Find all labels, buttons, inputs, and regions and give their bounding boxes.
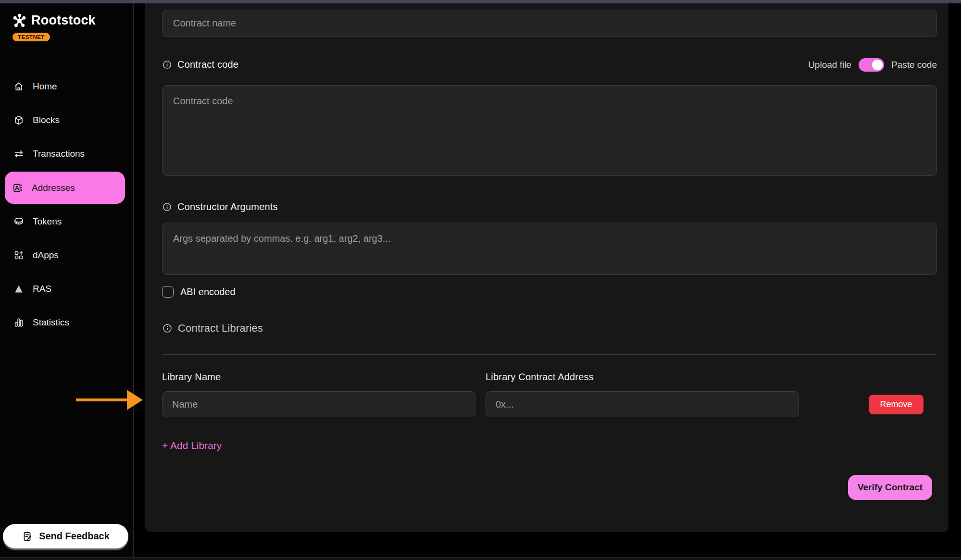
ras-icon xyxy=(13,283,25,295)
sidebar-item-label: Transactions xyxy=(33,149,85,159)
library-contract-address-label: Library Contract Address xyxy=(486,372,594,383)
sidebar-item-tokens[interactable]: Tokens xyxy=(6,212,127,231)
verify-contract-button[interactable]: Verify Contract xyxy=(848,475,932,500)
constructor-args-textarea[interactable] xyxy=(162,223,937,275)
sidebar-item-label: RAS xyxy=(33,284,51,294)
window-bottom-strip xyxy=(0,557,961,560)
sidebar-item-statistics[interactable]: Statistics xyxy=(6,313,127,332)
sidebar-item-blocks[interactable]: Blocks xyxy=(6,111,127,130)
pointer-arrow-shaft xyxy=(76,398,128,401)
library-address-input[interactable] xyxy=(486,391,799,417)
contract-name-input[interactable] xyxy=(162,10,937,37)
remove-library-button[interactable]: Remove xyxy=(869,395,924,414)
verify-contract-panel: Contract code Upload file Paste code Con… xyxy=(145,3,949,532)
send-feedback-label: Send Feedback xyxy=(39,531,110,542)
contract-code-textarea[interactable] xyxy=(162,85,937,176)
window-top-strip xyxy=(0,0,961,3)
sidebar-item-label: Blocks xyxy=(33,115,60,125)
sidebar: Rootstock TESTNET Home Blocks Transactio… xyxy=(0,0,134,560)
sidebar-item-transactions[interactable]: Transactions xyxy=(6,144,127,163)
abi-encoded-checkbox[interactable] xyxy=(162,286,174,298)
brand-name: Rootstock xyxy=(31,13,96,28)
sidebar-item-label: Home xyxy=(33,81,57,92)
dapps-icon xyxy=(13,249,25,261)
contract-code-label: Contract code xyxy=(177,59,238,70)
constructor-arguments-header: Constructor Arguments xyxy=(162,201,278,212)
transactions-icon xyxy=(13,148,25,160)
sidebar-item-label: Addresses xyxy=(32,183,75,193)
upload-paste-toggle[interactable] xyxy=(859,58,884,72)
contract-code-header: Contract code xyxy=(162,59,238,70)
libraries-divider xyxy=(162,354,937,355)
toggle-knob xyxy=(872,60,883,70)
constructor-arguments-label: Constructor Arguments xyxy=(177,201,278,212)
library-name-label: Library Name xyxy=(162,372,221,383)
pointer-arrow-head xyxy=(127,390,143,410)
sidebar-item-addresses[interactable]: Addresses xyxy=(5,172,125,204)
add-library-link[interactable]: + Add Library xyxy=(162,440,222,451)
info-icon[interactable] xyxy=(162,60,172,70)
upload-file-label[interactable]: Upload file xyxy=(808,60,851,70)
feedback-pencil-icon xyxy=(22,531,33,542)
blocks-icon xyxy=(13,114,25,126)
contract-libraries-label: Contract Libraries xyxy=(178,322,263,335)
contract-libraries-header: Contract Libraries xyxy=(162,322,263,335)
library-name-input[interactable] xyxy=(162,391,475,417)
sidebar-item-label: Statistics xyxy=(33,317,69,328)
send-feedback-button[interactable]: Send Feedback xyxy=(3,524,128,548)
sidebar-item-dapps[interactable]: dApps xyxy=(6,246,127,265)
info-icon[interactable] xyxy=(162,323,173,334)
tokens-icon xyxy=(13,216,25,227)
code-input-mode-toggle-group: Upload file Paste code xyxy=(808,58,937,72)
abi-encoded-label: ABI encoded xyxy=(180,286,236,298)
sidebar-item-label: Tokens xyxy=(33,216,62,227)
testnet-badge: TESTNET xyxy=(12,33,50,41)
rootstock-logo-icon xyxy=(12,12,27,28)
sidebar-item-label: dApps xyxy=(33,250,59,261)
paste-code-label[interactable]: Paste code xyxy=(891,60,937,70)
abi-encoded-row: ABI encoded xyxy=(162,286,236,298)
info-icon[interactable] xyxy=(162,202,172,212)
home-icon xyxy=(13,81,25,92)
logo[interactable]: Rootstock xyxy=(12,12,96,28)
addresses-icon xyxy=(12,182,24,194)
sidebar-item-ras[interactable]: RAS xyxy=(6,279,127,299)
statistics-icon xyxy=(13,317,25,328)
sidebar-item-home[interactable]: Home xyxy=(6,77,127,96)
